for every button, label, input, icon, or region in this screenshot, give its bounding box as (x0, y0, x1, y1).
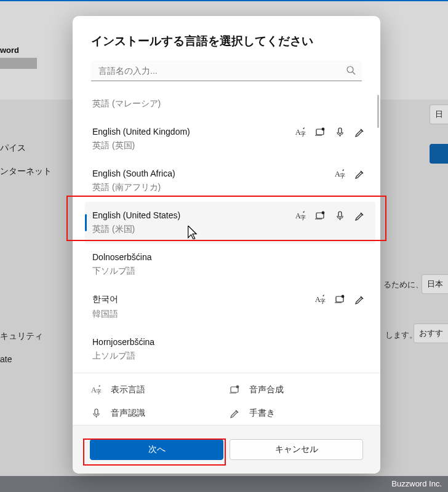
language-secondary-label: 英語 (米国) (92, 224, 369, 235)
bg-button-recommend: おすす (414, 323, 448, 343)
dialog-title: インストールする言語を選択してください (73, 16, 380, 60)
dialog-actions: 次へ キャンセル (73, 425, 380, 474)
legend-tts: 音声合成 (249, 384, 284, 395)
bg-redacted-field (0, 58, 37, 69)
language-item[interactable]: English (United States)英語 (米国) (85, 202, 375, 244)
legend-speech: 音声認識 (111, 408, 145, 419)
bg-button-jp2: 日本 (422, 274, 448, 294)
hand-icon (354, 169, 366, 180)
bg-button-blue (430, 144, 448, 164)
bg-hint: します。 (385, 330, 417, 341)
feature-legend: 表示言語 音声合成 音声認識 手書き (73, 373, 380, 425)
display-language-icon (91, 384, 102, 395)
feature-icons (335, 169, 366, 180)
language-secondary-label: 韓国語 (92, 309, 369, 320)
language-install-dialog: インストールする言語を選択してください 英語 (マレーシア)English (U… (73, 16, 380, 474)
language-secondary-label: 英語 (英国) (92, 140, 369, 151)
hand-icon (354, 294, 366, 305)
speech-icon (91, 408, 102, 419)
language-list[interactable]: 英語 (マレーシア)English (United Kingdom)英語 (英国… (73, 90, 380, 373)
feature-icons (295, 127, 366, 138)
language-secondary-label: 下ソルブ語 (92, 266, 369, 277)
next-button[interactable]: 次へ (90, 439, 223, 460)
cancel-button[interactable]: キャンセル (230, 439, 363, 460)
language-item[interactable]: English (United Kingdom)英語 (英国) (85, 118, 375, 160)
speech-icon (335, 127, 346, 138)
language-secondary-label: 英語 (マレーシア) (92, 98, 369, 109)
language-primary-label: English (South Africa) (92, 169, 369, 178)
language-primary-label: Hornjoserbšćina (92, 337, 369, 347)
handwriting-icon (230, 408, 241, 419)
scrollbar-thumb[interactable] (377, 95, 379, 128)
speech-icon (335, 210, 346, 221)
bg-nav-item: キュリティ (0, 325, 52, 348)
feature-icons (315, 294, 366, 305)
bg-hint: るために、 (383, 279, 423, 290)
language-item[interactable]: English (South Africa)英語 (南アフリカ) (85, 160, 375, 202)
footer-brand: Buzzword Inc. (391, 479, 442, 488)
language-item[interactable]: 한국어韓国語 (85, 285, 375, 328)
language-item[interactable]: 英語 (マレーシア) (85, 90, 375, 118)
footer-bar (0, 476, 448, 492)
display-icon (335, 169, 346, 180)
language-primary-label: Dolnoserbšćina (92, 252, 369, 262)
display-icon (295, 127, 306, 138)
language-search-input[interactable] (91, 60, 362, 81)
language-item[interactable]: Dolnoserbšćina下ソルブ語 (85, 244, 375, 285)
display-icon (315, 294, 326, 305)
bg-nav-item: パイス (0, 137, 52, 160)
bg-button-jp: 日 (430, 105, 448, 124)
tts-icon (315, 127, 326, 138)
bg-label: word (0, 46, 19, 55)
legend-display: 表示言語 (111, 384, 145, 395)
tts-icon (335, 294, 346, 305)
search-icon (346, 65, 356, 75)
display-icon (295, 210, 306, 221)
search-wrap (91, 60, 362, 81)
bg-nav-item: ンターネット (0, 160, 52, 183)
language-secondary-label: 上ソルブ語 (92, 351, 369, 362)
language-item[interactable]: Hornjoserbšćina上ソルブ語 (85, 328, 375, 370)
legend-hand: 手書き (249, 408, 275, 419)
hand-icon (354, 127, 366, 138)
tts-icon (230, 384, 241, 395)
bg-sidebar: パイス ンターネット キュリティ ate (0, 137, 52, 370)
language-secondary-label: 英語 (南アフリカ) (92, 182, 369, 193)
feature-icons (295, 210, 366, 221)
tts-icon (315, 210, 326, 221)
bg-nav-item: ate (0, 348, 52, 370)
hand-icon (354, 210, 366, 221)
